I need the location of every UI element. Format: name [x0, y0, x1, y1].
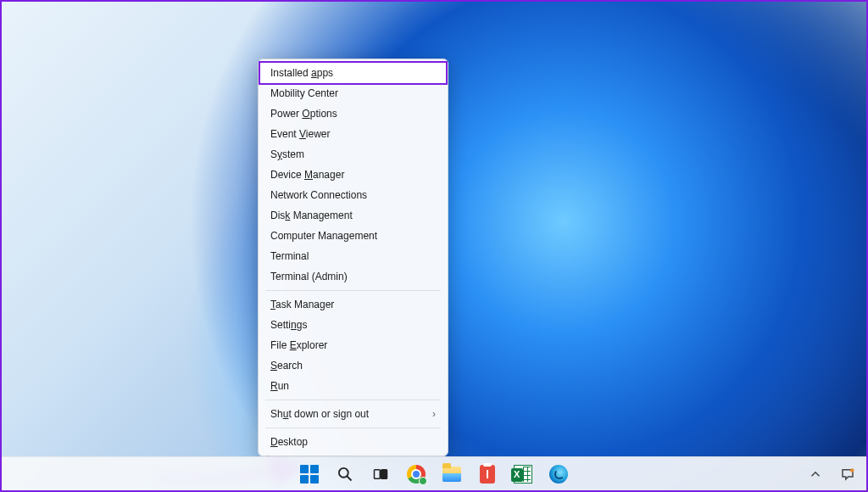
menu-item-power-options[interactable]: Power Options	[259, 103, 448, 124]
menu-separator	[265, 428, 441, 428]
menu-item-task-manager[interactable]: Task Manager	[259, 294, 448, 315]
excel-button[interactable]	[508, 459, 538, 489]
menu-item-file-explorer[interactable]: File Explorer	[259, 335, 448, 355]
task-view-button[interactable]	[365, 459, 396, 489]
svg-point-0	[339, 467, 348, 477]
menu-item-desktop[interactable]: Desktop	[259, 432, 448, 452]
excel-icon	[514, 465, 532, 484]
menu-item-device-manager[interactable]: Device Manager	[259, 165, 448, 185]
menu-item-network-connections[interactable]: Network Connections	[259, 185, 448, 205]
start-button[interactable]	[294, 459, 325, 489]
tray-overflow-button[interactable]	[805, 459, 826, 489]
menu-item-computer-management[interactable]: Computer Management	[259, 226, 448, 246]
menu-item-run[interactable]: Run	[259, 376, 448, 396]
menu-item-shutdown-signout[interactable]: Shut down or sign out	[259, 404, 448, 424]
chrome-icon	[407, 465, 426, 484]
notification-icon	[840, 467, 855, 482]
menu-item-disk-management[interactable]: Disk Management	[259, 205, 448, 226]
edge-button[interactable]	[543, 459, 574, 489]
action-center-button[interactable]	[837, 459, 858, 489]
edge-icon	[549, 465, 568, 484]
svg-line-1	[348, 476, 352, 480]
menu-separator	[265, 400, 441, 400]
menu-item-event-viewer[interactable]: Event Viewer	[259, 124, 448, 144]
clipboard-app-button[interactable]	[472, 459, 503, 489]
svg-rect-2	[375, 469, 381, 478]
taskbar	[2, 456, 866, 490]
system-tray	[805, 457, 858, 490]
taskbar-center	[294, 457, 574, 490]
windows-icon	[300, 465, 319, 484]
folder-icon	[442, 467, 461, 482]
chevron-up-icon	[808, 467, 823, 482]
menu-item-installed-apps[interactable]: Installed apps	[259, 61, 448, 85]
menu-separator	[265, 290, 441, 291]
file-explorer-button[interactable]	[437, 459, 467, 489]
search-button[interactable]	[330, 459, 360, 489]
menu-item-settings[interactable]: Settings	[259, 315, 448, 335]
winx-context-menu: Installed apps Mobility Center Power Opt…	[258, 59, 448, 456]
search-icon	[337, 466, 353, 483]
menu-item-terminal[interactable]: Terminal	[259, 246, 448, 266]
svg-point-4	[850, 468, 854, 472]
clipboard-icon	[480, 465, 495, 484]
menu-item-system[interactable]: System	[259, 144, 448, 165]
menu-item-terminal-admin[interactable]: Terminal (Admin)	[259, 266, 448, 287]
menu-item-search[interactable]: Search	[259, 355, 448, 376]
chrome-button[interactable]	[401, 459, 431, 489]
menu-item-mobility-center[interactable]: Mobility Center	[259, 83, 448, 103]
svg-rect-3	[381, 469, 387, 478]
task-view-icon	[373, 467, 388, 482]
